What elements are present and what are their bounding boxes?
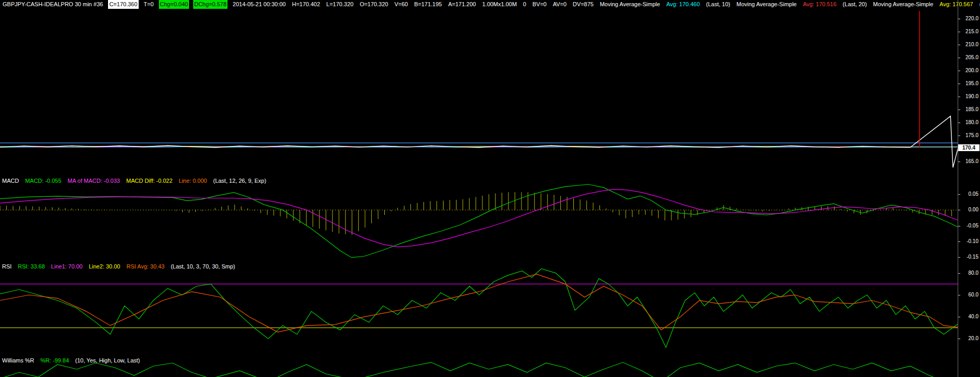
scale-tick: 185.0	[958, 106, 979, 113]
scale-tick: 40.0	[958, 314, 979, 320]
scale-tick: 210.0	[958, 42, 979, 48]
scale-tick: 20.0	[958, 335, 979, 342]
tick-mark	[958, 339, 960, 339]
tick-mark	[958, 58, 960, 58]
scale-tick: 220.0	[958, 16, 979, 22]
tick-label: 210.0	[965, 42, 978, 48]
status-item: A=171.200	[447, 0, 477, 9]
scale-tick: 180.0	[958, 119, 979, 126]
price-series-last	[0, 116, 958, 168]
status-item: DV=875	[572, 0, 595, 9]
tick-mark	[958, 161, 960, 162]
status-item: C=170.360	[108, 0, 138, 9]
status-item: O=170.320	[359, 0, 390, 9]
rsi-label-row: RSIRSI: 33.68Line1: 70.00Line2: 30.00RSI…	[2, 263, 235, 270]
rsi-plot[interactable]	[0, 263, 958, 354]
scale-tick: 215.0	[958, 29, 979, 35]
scale-tick: -0.10	[958, 238, 979, 245]
tick-mark	[958, 226, 960, 226]
tick-mark	[958, 45, 960, 45]
tick-label: 215.0	[965, 29, 978, 35]
status-item: BV=0	[531, 0, 547, 9]
status-item: Chg=0.040	[159, 0, 189, 9]
status-item: B=171.195	[413, 0, 443, 9]
symbol-status-bar: GBPJPY-CASH-IDEALPRO 30 min #36C=170.360…	[0, 0, 980, 9]
tick-mark	[958, 123, 960, 123]
indicator-value: (Last, 12, 26, 9, Exp)	[213, 178, 266, 184]
indicator-value: MACD	[2, 178, 19, 184]
indicator-value: RSI	[2, 263, 11, 270]
status-item: V=60	[393, 0, 409, 9]
tick-mark	[958, 273, 960, 274]
value-scale-column[interactable]: 170.4 220.0215.0210.0205.0200.0195.0190.…	[958, 0, 980, 377]
macd-series-ma-of-macd	[0, 190, 958, 247]
status-item: DChg=0.578	[193, 0, 227, 9]
tick-label: 20.0	[969, 335, 978, 342]
indicator-value: %R: -99.84	[41, 357, 69, 364]
scale-tick: 80.0	[958, 270, 979, 276]
tick-mark	[958, 71, 960, 71]
tick-label: 80.0	[969, 270, 978, 276]
tick-label: 185.0	[965, 106, 978, 113]
scale-tick: 0.00	[958, 207, 979, 213]
status-item: Avg: 170.516	[802, 0, 838, 9]
rsi-series-rsi	[0, 269, 958, 348]
scale-tick: -0.05	[958, 223, 979, 229]
tick-label: 60.0	[969, 292, 978, 298]
price-plot[interactable]	[0, 9, 958, 175]
tick-mark	[958, 97, 960, 97]
status-item: Moving Average-Simple	[735, 0, 798, 9]
indicator-value: Line2: 30.00	[89, 263, 120, 270]
scale-tick: 190.0	[958, 93, 979, 100]
tick-mark	[958, 19, 960, 19]
scale-tick: 0.05	[958, 191, 979, 197]
indicator-value: RSI: 33.68	[18, 263, 45, 270]
scale-tick: 165.0	[958, 158, 979, 165]
tick-label: 220.0	[965, 16, 978, 22]
tick-mark	[958, 210, 960, 210]
indicator-value: Line1: 70.00	[51, 263, 83, 270]
last-price-tag: 170.4	[958, 144, 979, 151]
williams-plot[interactable]	[0, 354, 958, 377]
status-item: L=170.320	[325, 0, 354, 9]
indicator-value: MA of MACD: -0.033	[68, 178, 120, 184]
tick-label: 200.0	[965, 68, 978, 74]
tick-mark	[958, 84, 960, 84]
tick-mark	[958, 110, 960, 110]
indicator-value: Line: 0.000	[179, 178, 207, 184]
tick-label: -0.05	[966, 223, 978, 229]
chart-window: GBPJPY-CASH-IDEALPRO 30 min #36C=170.360…	[0, 0, 980, 377]
rsi-series-rsi-avg	[0, 274, 958, 332]
scale-tick: -0.15	[958, 254, 979, 260]
scale-tick: 175.0	[958, 132, 979, 139]
tick-label: 175.0	[965, 132, 978, 139]
williams-series-percent-r	[0, 362, 958, 377]
indicator-value: RSI Avg: 30.43	[126, 263, 164, 270]
tick-mark	[958, 136, 960, 136]
status-item: (Last, 20)	[842, 0, 868, 9]
tick-label: 190.0	[965, 93, 978, 100]
status-item: (Last, 10)	[705, 0, 731, 9]
indicator-value: Williams %R	[2, 357, 34, 364]
indicator-value: MACD: -0.055	[25, 178, 61, 184]
tick-label: 165.0	[965, 158, 978, 165]
indicator-value: (Last, 10, 3, 70, 30, Smp)	[171, 263, 235, 270]
scale-tick: 195.0	[958, 80, 979, 87]
tick-mark	[958, 194, 960, 195]
status-item: 0	[522, 0, 527, 9]
macd-series-macd	[0, 184, 958, 258]
status-item: Moving Average-Simple	[599, 0, 661, 9]
williams-label-row: Williams %R%R: -99.84(10, Yes, High, Low…	[2, 357, 140, 364]
macd-histogram	[0, 192, 958, 235]
status-item: Moving Average-Simple	[872, 0, 934, 9]
tick-label: 195.0	[965, 80, 978, 87]
status-item: H=170.402	[291, 0, 321, 9]
status-item: T=0	[143, 0, 155, 9]
tick-label: 40.0	[969, 314, 978, 320]
tick-label: 180.0	[965, 119, 978, 126]
macd-plot[interactable]	[0, 175, 958, 263]
indicator-value: MACD Diff: -0.022	[126, 178, 172, 184]
tick-mark	[958, 241, 960, 242]
status-item: AV=0	[552, 0, 567, 9]
tick-label: -0.10	[966, 238, 978, 245]
